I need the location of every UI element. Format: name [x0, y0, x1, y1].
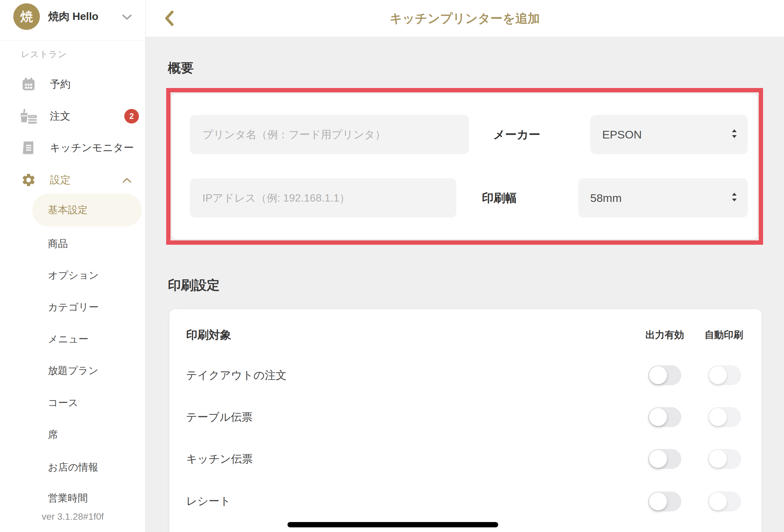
restaurant-profile[interactable]: 焼 焼肉 Hello [0, 0, 146, 40]
print-settings-heading: 印刷設定 [168, 276, 220, 294]
toggle-knob [649, 408, 667, 426]
overview-heading: 概要 [168, 59, 194, 77]
chevron-up-icon [122, 177, 132, 185]
sidebar-subitem-seats[interactable]: 席 [0, 419, 146, 451]
toggle-knob [649, 450, 667, 468]
sidebar-item-label: キッチンモニター [50, 132, 134, 164]
toggle-output-takeout[interactable] [648, 365, 681, 385]
sidebar: 焼 焼肉 Hello レストラン 予約 [0, 0, 146, 532]
toggle-output-receipt[interactable] [648, 492, 681, 511]
sidebar-subitem-options[interactable]: オプション [0, 259, 146, 291]
toggle-output-kitchen-slip[interactable] [648, 449, 681, 469]
sidebar-item-label: 注文 [50, 100, 71, 132]
toggle-knob [709, 408, 727, 426]
sidebar-subitem-categories[interactable]: カテゴリー [0, 291, 146, 323]
sidebar-subitem-basic-settings[interactable]: 基本設定 [32, 194, 142, 227]
avatar: 焼 [13, 3, 40, 30]
overview-card: メーカー EPSON 印刷幅 58mm [172, 94, 757, 239]
printer-name-input[interactable] [190, 115, 469, 154]
sidebar-subitem-all-you-can-eat[interactable]: 放題プラン [0, 355, 146, 387]
app-screen: 焼 焼肉 Hello レストラン 予約 [0, 0, 784, 532]
print-row-label-takeout: テイクアウトの注文 [186, 359, 286, 391]
print-row-label-kitchen-slip: キッチン伝票 [186, 443, 253, 475]
restaurant-name: 焼肉 Hello [48, 0, 99, 33]
page-header: キッチンプリンターを追加 [146, 0, 784, 37]
sidebar-subitem-products[interactable]: 商品 [0, 228, 146, 260]
sidebar-subitem-course[interactable]: コース [0, 387, 146, 419]
sidebar-section-label: レストラン [21, 49, 67, 60]
gear-icon [19, 164, 38, 196]
toggle-auto-receipt[interactable] [708, 492, 741, 511]
toggle-auto-table-slip[interactable] [708, 407, 741, 427]
print-width-label: 印刷幅 [482, 178, 517, 217]
toggle-knob [709, 450, 727, 468]
receipt-icon [19, 132, 38, 164]
toggle-auto-takeout[interactable] [708, 365, 741, 385]
ip-address-input[interactable] [190, 178, 456, 217]
toggle-auto-kitchen-slip[interactable] [708, 449, 741, 469]
avatar-initial: 焼 [20, 8, 33, 25]
app-version: ver 3.1.28#1f0f [0, 511, 146, 522]
print-target-header: 印刷対象 [186, 319, 231, 351]
stepper-icon [731, 191, 737, 205]
sidebar-item-kitchen-monitor[interactable]: キッチンモニター [0, 132, 146, 164]
print-row-label-receipt: レシート [186, 485, 231, 517]
sidebar-item-reservations[interactable]: 予約 [0, 68, 146, 100]
page-title: キッチンプリンターを追加 [146, 0, 784, 37]
print-settings-card: 印刷対象 出力有効 自動印刷 テイクアウトの注文 テーブル伝票 キッチン伝票 レ… [169, 309, 761, 532]
column-header-auto-print: 自動印刷 [691, 319, 757, 351]
food-order-icon [19, 100, 38, 132]
sidebar-item-settings[interactable]: 設定 [0, 164, 146, 196]
maker-select[interactable]: EPSON [590, 115, 748, 154]
sidebar-subitem-store-info[interactable]: お店の情報 [0, 451, 146, 483]
toggle-knob [709, 493, 727, 510]
print-row-label-table-slip: テーブル伝票 [186, 401, 253, 433]
toggle-knob [649, 493, 667, 510]
toggle-knob [649, 366, 667, 384]
sidebar-subitem-business-hours[interactable]: 営業時間 [0, 482, 146, 514]
maker-select-value: EPSON [602, 128, 642, 141]
sidebar-item-label: 予約 [50, 68, 71, 100]
orders-badge: 2 [124, 109, 139, 123]
calendar-icon [19, 68, 38, 100]
column-header-output: 出力有効 [632, 319, 698, 351]
toggle-output-table-slip[interactable] [648, 407, 681, 427]
toggle-knob [709, 366, 727, 384]
home-indicator[interactable] [287, 522, 498, 527]
print-width-select[interactable]: 58mm [578, 178, 748, 217]
overview-highlight-box: メーカー EPSON 印刷幅 58mm [166, 88, 763, 245]
sidebar-item-label: 設定 [50, 164, 71, 196]
sidebar-subitem-menu[interactable]: メニュー [0, 323, 146, 355]
sidebar-item-orders[interactable]: 注文 2 [0, 100, 146, 132]
maker-label: メーカー [493, 115, 540, 154]
chevron-down-icon [122, 14, 132, 22]
print-width-select-value: 58mm [590, 191, 621, 205]
stepper-icon [731, 128, 737, 141]
